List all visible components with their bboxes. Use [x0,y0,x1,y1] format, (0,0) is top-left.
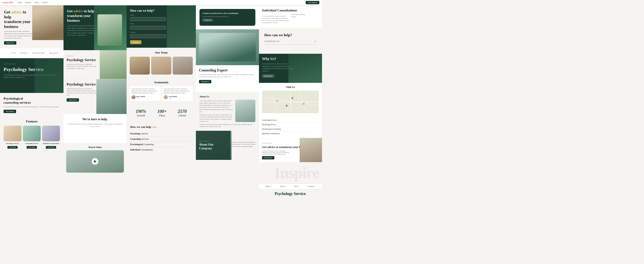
feature-img-1 [4,126,22,141]
map-svg [262,91,319,113]
footer-link-contact[interactable]: Contact ↗ [308,185,316,187]
email-submit-button[interactable]: → [314,39,317,43]
expert-card: Counseling Expert Lorem ipsum dolor sit … [196,65,259,92]
consultations-item-1: Psychology Counseling [291,14,319,15]
feature-item-3: Individual Consultations Learn More [42,126,60,148]
help-link-2[interactable]: Counseling Services › [130,136,192,142]
consultations-desc-1: Lorem ipsum dolor sit amet, consectetur … [262,15,290,24]
why-us-bg-image [288,54,322,83]
help-email-form: How can we help? → [261,30,320,52]
feature-btn-1[interactable]: Learn More [8,146,18,149]
service-block-1: SERVICE Psychology Service Lorem ipsum d… [64,50,126,79]
ps-bottom-button[interactable]: Read More [262,156,274,159]
ps-bottom-label: Go Products [262,142,272,144]
video-thumbnail[interactable] [66,150,124,173]
play-button[interactable] [92,158,98,165]
about-link-icon: ↗ [271,185,272,187]
footer-link-about[interactable]: About ↗ [265,185,272,187]
service-list-item-1[interactable]: Counseling Services [262,118,319,122]
large-office-photo [196,29,259,65]
help-form-card: How can we help? Name Email Textarea Sub… [126,5,196,48]
team-grid [130,57,193,75]
team-avatar-2 [151,57,171,75]
expert-read-more-button[interactable]: Read More [199,80,211,83]
service-image-1 [100,50,126,79]
visit-us-heading: Visit Us [262,86,319,89]
stat-clients: 2570 Clients [178,109,187,117]
help-link-text-3: Psychological Counseling [130,143,154,146]
psych-get-started-button[interactable]: Get Started [4,110,16,113]
help-link-3[interactable]: Psychological Counseling › [130,142,192,147]
column-1: Get advice to help transform your busine… [0,5,64,199]
service-description-2: Lorem ipsum dolor sit amet, consectetur … [67,88,98,97]
ps-bottom-description: Lorem ipsum dolor sit amet, consectetur … [262,150,291,155]
nav-link-contacts[interactable]: Contacts [42,2,48,4]
ps-bottom-image [300,138,322,162]
contact-button[interactable]: Contact Us [202,19,213,22]
service-list-item-3[interactable]: Psychological Counseling [262,127,319,131]
help-email-heading: How can we help? [264,33,317,37]
email-form-input[interactable] [264,40,314,42]
help-link-text-1: Psychology Service [130,132,148,135]
feature-label-1: Psychology Service [6,143,19,144]
testimonial-1: Lorem ipsum dolor sit amet, consectetur … [130,86,160,101]
column-4: Contact us and receive a free consultati… [196,5,259,199]
company-text: Lorem ipsum dolor sit amet, consectetur … [222,131,259,160]
testimonials-grid: Lorem ipsum dolor sit amet, consectetur … [130,86,193,101]
feature-item-2: Counseling Services Learn More [23,126,41,148]
help-link-arrow-4: › [192,148,192,151]
footer-link-info[interactable]: Info ↗ [294,185,300,187]
nav-link-features[interactable]: Features [25,2,31,4]
expert-description: Lorem ipsum dolor sit amet, consectetur … [199,74,256,78]
help-description: Lorem ipsum dolor sit amet, consectetur … [67,123,123,128]
service-list-item-2[interactable]: Psychology Service [262,122,319,127]
author-name-2: Ann Hidalgo [168,96,177,97]
consultations-content: Lorem ipsum dolor sit amet, consectetur … [262,14,319,24]
footer-links-bar: About ↗ Team ↗ Info ↗ Contact ↗ [259,184,322,189]
service-block-2: Psychology Service Lorem ipsum dolor sit… [64,79,126,114]
feature-btn-3[interactable]: Learn More [46,146,56,149]
why-us-button[interactable]: Read More [262,74,274,78]
feature-btn-2[interactable]: Learn More [26,146,37,149]
consultations-item-2: Therapy [291,16,319,18]
help-link-1[interactable]: Psychology Service › [130,131,192,136]
testimonial-author-1: Ben Calhoun Client [132,95,159,99]
video-card: Watch Video [64,143,126,175]
email-input[interactable] [130,26,166,30]
service-read-more-button[interactable]: Read More [67,98,79,102]
testimonial-text-2: Lorem ipsum dolor sit amet, consectetur … [164,88,191,94]
team-member-3 [173,57,193,75]
textarea-input[interactable] [130,34,166,38]
feature-label-2: Counseling Services [25,143,38,144]
help-link-4[interactable]: Individual Consultations › [130,147,192,152]
svg-point-9 [292,98,293,98]
help-link-arrow-3: › [192,143,192,146]
consultations-heading: Individual Consultations [262,9,319,12]
footer-link-team[interactable]: Team ↗ [280,185,286,187]
about-para-2: Suspendisse id purus vitae. Pede unt. Su… [200,114,234,122]
transform-card: Get advice to helptransform yourbusiness… [64,5,126,50]
feature-item-1: Psychology Service Learn More [4,126,22,148]
author-info-1: Ben Calhoun Client [136,96,145,99]
author-avatar-1 [132,95,136,99]
service-list-item-4[interactable]: Individual Consultations [262,131,319,136]
help-link-text-2: Counseling Services [130,138,149,140]
hero-image [32,5,64,40]
consultations-items: Psychology Counseling Therapy [291,14,319,24]
map-area[interactable] [262,91,319,113]
nav-link-home[interactable]: Home [18,2,22,4]
service-list-right: Counseling Services Psychology Service P… [259,116,322,138]
psych-description: Lorem ipsum dolor sit amet, consectetur … [4,106,60,108]
nav-cta-button[interactable]: Get Started [306,1,319,4]
hero-read-more-button[interactable]: Read More [4,41,16,45]
nav-link-about[interactable]: About [34,2,39,4]
team-member-2 [151,57,171,75]
logo-2: UFO [12,52,16,54]
inspire-section: Inspire [259,162,322,184]
company-section: OUR MISSION About Our Company Lorem ipsu… [196,131,259,160]
help-links-section: How we can help you Psychology Service ›… [126,122,196,155]
name-input[interactable] [130,17,166,21]
author-role-2: Client [168,97,177,99]
form-submit-button[interactable]: Submit [130,40,141,44]
email-form-row: → [264,39,317,45]
